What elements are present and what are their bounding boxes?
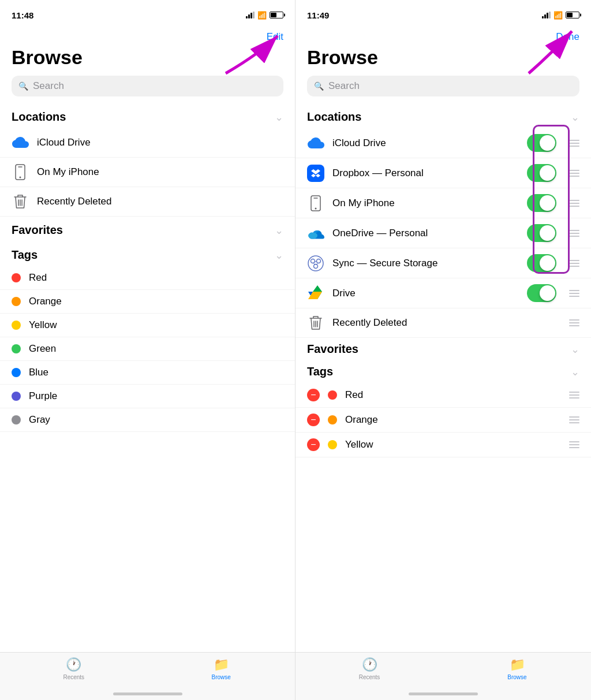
favorites-title-right: Favorites xyxy=(307,342,358,356)
edit-button[interactable]: Edit xyxy=(267,31,283,43)
yellow-dot-right xyxy=(328,440,337,449)
home-indicator-left xyxy=(113,692,182,695)
red-label: Red xyxy=(29,272,283,284)
wifi-icon-right: 📶 xyxy=(553,11,563,20)
iphone-icon-right xyxy=(307,195,324,212)
red-label-right: Red xyxy=(345,389,561,401)
wifi-icon: 📶 xyxy=(257,11,267,20)
tag-item-orange[interactable]: Orange xyxy=(0,290,295,314)
recents-icon-right: 🕐 xyxy=(362,657,377,672)
tab-recents-right[interactable]: 🕐 Recents xyxy=(296,657,443,680)
tag-item-orange-right[interactable]: Orange xyxy=(296,408,591,433)
tag-item-green[interactable]: Green xyxy=(0,337,295,361)
location-item-icloud[interactable]: iCloud Drive xyxy=(0,128,295,158)
search-placeholder-left: Search xyxy=(33,80,64,92)
recents-icon-left: 🕐 xyxy=(66,657,81,672)
orange-label: Orange xyxy=(29,296,283,307)
dropbox-drag-handle[interactable] xyxy=(569,170,579,177)
remove-orange-button[interactable] xyxy=(307,414,320,426)
sync-drag-handle[interactable] xyxy=(569,260,579,267)
icloud-toggle[interactable] xyxy=(527,134,556,152)
location-item-gdrive[interactable]: Drive xyxy=(296,278,591,308)
search-bar-right[interactable]: 🔍 Search xyxy=(307,76,579,96)
onedrive-toggle[interactable] xyxy=(527,224,556,242)
page-title-right: Browse xyxy=(296,46,591,69)
gdrive-toggle[interactable] xyxy=(527,284,556,302)
trash-icon xyxy=(12,193,29,210)
status-icons-left: 📶 xyxy=(246,11,283,20)
time-right: 11:49 xyxy=(307,10,329,20)
yellow-drag-handle[interactable] xyxy=(569,441,579,448)
search-bar-left[interactable]: 🔍 Search xyxy=(12,76,283,96)
signal-icon xyxy=(246,12,255,18)
locations-header-left: Locations ⌄ xyxy=(0,110,295,124)
icloud-icon-right xyxy=(307,135,324,152)
status-bar-left: 11:48 📶 xyxy=(0,0,295,25)
icloud-icon xyxy=(12,134,29,151)
location-item-iphone-right[interactable]: On My iPhone xyxy=(296,188,591,218)
gray-dot xyxy=(12,415,21,425)
search-icon-left: 🔍 xyxy=(18,81,28,91)
tab-browse-right[interactable]: 📁 Browse xyxy=(443,657,591,680)
tag-item-purple[interactable]: Purple xyxy=(0,385,295,408)
location-item-icloud-right[interactable]: iCloud Drive xyxy=(296,128,591,158)
favorites-chevron-right[interactable]: ⌄ xyxy=(571,343,579,356)
tag-item-red[interactable]: Red xyxy=(0,266,295,290)
top-nav-left: Edit xyxy=(0,25,295,46)
tags-chevron-left[interactable]: ⌄ xyxy=(275,249,283,262)
blue-dot xyxy=(12,368,21,377)
tag-item-red-right[interactable]: Red xyxy=(296,383,591,408)
home-indicator-right xyxy=(409,692,478,695)
time-left: 11:48 xyxy=(12,10,33,20)
tag-item-blue[interactable]: Blue xyxy=(0,361,295,385)
green-label: Green xyxy=(29,343,283,355)
browse-icon-right: 📁 xyxy=(510,657,525,672)
purple-dot xyxy=(12,392,21,401)
location-item-dropbox[interactable]: Dropbox — Personal xyxy=(296,158,591,188)
orange-dot xyxy=(12,297,21,306)
battery-icon xyxy=(270,12,283,18)
dropbox-icon xyxy=(307,165,324,182)
tab-recents-left[interactable]: 🕐 Recents xyxy=(0,657,148,680)
orange-drag-handle[interactable] xyxy=(569,416,579,423)
favorites-title-left: Favorites xyxy=(12,224,63,237)
icloud-drag-handle[interactable] xyxy=(569,140,579,147)
sync-toggle[interactable] xyxy=(527,254,556,272)
top-nav-right: Done xyxy=(296,25,591,46)
location-item-trash-right[interactable]: Recently Deleted xyxy=(296,308,591,338)
locations-chevron-left[interactable]: ⌄ xyxy=(275,111,283,124)
trash-drag-handle[interactable] xyxy=(569,319,579,326)
green-dot xyxy=(12,344,21,353)
tag-item-gray[interactable]: Gray xyxy=(0,408,295,432)
done-button[interactable]: Done xyxy=(556,31,579,43)
location-item-onedrive[interactable]: OneDrive — Personal xyxy=(296,218,591,248)
recents-label-left: Recents xyxy=(63,674,84,680)
blue-label: Blue xyxy=(29,367,283,378)
remove-yellow-button[interactable] xyxy=(307,438,320,451)
locations-chevron-right[interactable]: ⌄ xyxy=(571,111,579,124)
location-item-iphone[interactable]: On My iPhone xyxy=(0,158,295,187)
yellow-label: Yellow xyxy=(29,319,283,331)
onedrive-label: OneDrive — Personal xyxy=(332,228,519,239)
tags-title-right: Tags xyxy=(307,365,333,378)
location-item-trash[interactable]: Recently Deleted xyxy=(0,187,295,217)
favorites-chevron-left[interactable]: ⌄ xyxy=(275,224,283,237)
svg-point-9 xyxy=(315,207,317,209)
svg-point-12 xyxy=(311,259,315,263)
gdrive-drag-handle[interactable] xyxy=(569,290,579,297)
remove-red-button[interactable] xyxy=(307,389,320,401)
onedrive-drag-handle[interactable] xyxy=(569,230,579,237)
favorites-header-left: Favorites ⌄ xyxy=(0,224,295,237)
search-placeholder-right: Search xyxy=(328,80,360,92)
tab-browse-left[interactable]: 📁 Browse xyxy=(148,657,296,680)
dropbox-toggle[interactable] xyxy=(527,164,556,182)
iphone-drag-handle[interactable] xyxy=(569,200,579,207)
red-drag-handle[interactable] xyxy=(569,392,579,399)
tag-item-yellow-right[interactable]: Yellow xyxy=(296,433,591,457)
icloud-drive-label: iCloud Drive xyxy=(37,137,283,148)
gdrive-icon xyxy=(307,285,324,302)
tags-chevron-right[interactable]: ⌄ xyxy=(571,366,579,378)
tag-item-yellow[interactable]: Yellow xyxy=(0,314,295,337)
iphone-toggle[interactable] xyxy=(527,194,556,212)
location-item-sync[interactable]: Sync — Secure Storage xyxy=(296,248,591,278)
